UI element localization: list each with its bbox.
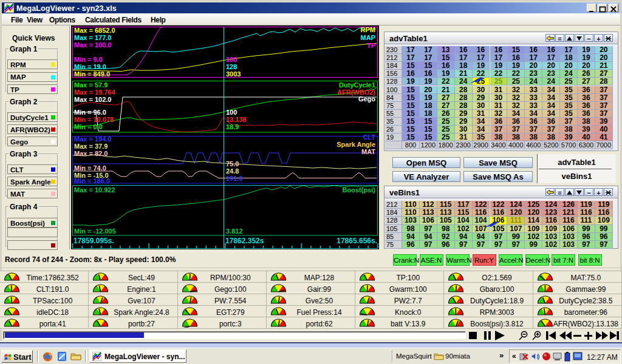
svg-text:Min = 849.0: Min = 849.0	[74, 70, 110, 78]
svg-text:17865.656s.: 17865.656s.	[337, 237, 377, 245]
svg-text:Boost(psi): Boost(psi)	[343, 186, 376, 194]
svg-text:RPM: RPM	[361, 26, 375, 33]
svg-text:Max = 10.922: Max = 10.922	[74, 186, 115, 194]
svg-text:CLT: CLT	[363, 133, 375, 141]
svg-text:Spark Angle: Spark Angle	[337, 141, 375, 148]
svg-text:Gego: Gego	[358, 95, 375, 103]
svg-text:100: 100	[226, 109, 237, 116]
svg-text:Min = 74.0: Min = 74.0	[74, 164, 106, 172]
svg-text:MAP: MAP	[361, 34, 375, 41]
svg-text:AFR(WBO2): AFR(WBO2)	[337, 89, 375, 96]
svg-text:128: 128	[226, 63, 237, 70]
svg-text:MAT: MAT	[361, 148, 375, 155]
svg-text:Min = 19.0: Min = 19.0	[74, 63, 106, 70]
svg-text:Max = 102.0: Max = 102.0	[74, 96, 111, 103]
svg-text:75.0: 75.0	[226, 160, 239, 167]
svg-text:Max = 177.0: Max = 177.0	[74, 34, 111, 41]
svg-text:3003: 3003	[226, 70, 241, 78]
svg-text:191.0: 191.0	[226, 175, 243, 182]
svg-text:Min = -12.005: Min = -12.005	[74, 228, 116, 235]
svg-text:24.8: 24.8	[226, 167, 239, 175]
svg-text:17862.352s: 17862.352s	[225, 237, 264, 245]
svg-text:Max = 194.0: Max = 194.0	[74, 135, 111, 143]
svg-text:18.9: 18.9	[226, 123, 239, 130]
svg-text:TP: TP	[367, 42, 375, 49]
svg-text:Max = 6852.0: Max = 6852.0	[74, 27, 115, 34]
svg-text:Min = 186.0: Min = 186.0	[74, 177, 110, 184]
svg-text:Max = 37.9: Max = 37.9	[74, 143, 108, 150]
svg-text:Max = 57.9: Max = 57.9	[74, 81, 108, 89]
svg-text:Max = 82.0: Max = 82.0	[74, 150, 108, 157]
svg-text:Min = 10.078: Min = 10.078	[74, 116, 114, 123]
svg-text:17859.095s.: 17859.095s.	[73, 237, 114, 245]
svg-text:Max = 19.764: Max = 19.764	[74, 89, 115, 96]
svg-text:Min = 9.0: Min = 9.0	[74, 56, 103, 63]
svg-text:Max = 100.0: Max = 100.0	[74, 41, 111, 49]
svg-text:Min = 0.0: Min = 0.0	[74, 123, 103, 130]
svg-text:Min = 96.0: Min = 96.0	[74, 109, 106, 116]
svg-text:3.812: 3.812	[226, 228, 243, 235]
svg-text:13.138: 13.138	[226, 116, 247, 123]
svg-text:100: 100	[226, 56, 237, 63]
svg-text:DutyCycle1: DutyCycle1	[339, 81, 375, 89]
